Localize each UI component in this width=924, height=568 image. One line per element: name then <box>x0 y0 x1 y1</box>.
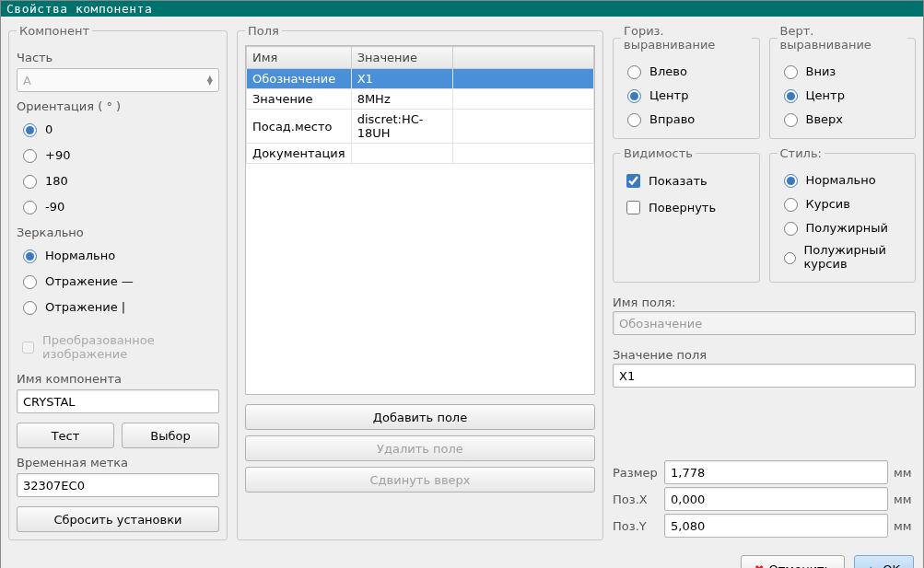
col-value[interactable]: Значение <box>351 47 452 69</box>
cell: 8MHz <box>351 89 452 110</box>
orientation-label: Ориентация ( ° ) <box>17 99 219 113</box>
valign-up-label: Вверх <box>806 112 844 126</box>
style-bold-label: Полужирный <box>806 221 888 235</box>
select-button[interactable]: Выбор <box>122 423 219 448</box>
cell: Документация <box>247 144 352 164</box>
valign-down[interactable]: Вниз <box>778 59 908 83</box>
orientation-90-label: +90 <box>45 148 70 162</box>
mirror-h[interactable]: Отражение — <box>17 269 219 293</box>
valign-down-label: Вниз <box>806 64 836 78</box>
fields-table[interactable]: Имя Значение ОбозначениеX1 Значение8MHz … <box>245 45 595 395</box>
component-group: Компонент Часть A ▲▼ Ориентация ( ° ) 0 … <box>8 24 228 540</box>
cell: Обозначение <box>247 69 352 89</box>
test-button[interactable]: Тест <box>17 423 114 448</box>
orientation-m90-label: -90 <box>45 200 64 214</box>
reset-button[interactable]: Сбросить установки <box>17 506 219 532</box>
halign-right[interactable]: Вправо <box>621 107 752 131</box>
halign-group: Гориз. выравнивание Влево Центр Вправо <box>613 24 760 139</box>
valign-group: Верт. выравнивание Вниз Центр Вверх <box>769 24 917 139</box>
orientation-90[interactable]: +90 <box>17 143 219 167</box>
mirror-label: Зеркально <box>17 226 219 239</box>
part-value: A <box>23 74 31 87</box>
col-empty <box>452 47 593 69</box>
halign-center[interactable]: Центр <box>621 83 752 107</box>
cell: Посад.место <box>247 110 352 144</box>
mirror-v-label: Отражение | <box>45 300 125 314</box>
mirror-normal[interactable]: Нормально <box>17 243 219 267</box>
fields-legend: Поля <box>245 24 282 38</box>
visibility-legend: Видимость <box>621 146 696 160</box>
posx-unit: мм <box>894 493 916 506</box>
cell: Значение <box>247 89 352 110</box>
valign-legend: Верт. выравнивание <box>778 24 908 52</box>
rotate-check[interactable]: Повернуть <box>621 194 752 221</box>
table-row[interactable]: Значение8MHz <box>247 89 594 110</box>
show-label: Показать <box>649 174 708 188</box>
delete-field-button: Удалить поле <box>245 435 595 461</box>
converted-label: Преобразованное изображение <box>42 333 217 361</box>
style-bolditalic-label: Полужирный курсив <box>804 243 906 271</box>
posx-input[interactable] <box>664 487 888 511</box>
orientation-180[interactable]: 180 <box>17 168 219 192</box>
mirror-v[interactable]: Отражение | <box>17 295 219 319</box>
valign-up[interactable]: Вверх <box>778 107 908 131</box>
part-select[interactable]: A ▲▼ <box>17 68 219 92</box>
chevron-updown-icon: ▲▼ <box>207 75 213 85</box>
valign-center[interactable]: Центр <box>778 83 908 107</box>
orientation-0-label: 0 <box>45 122 53 136</box>
fieldname-label: Имя поля: <box>613 296 916 309</box>
fieldvalue-label: Значение поля <box>613 348 916 362</box>
cell: discret:HC-18UH <box>351 110 452 144</box>
cell: X1 <box>351 69 452 89</box>
style-normal[interactable]: Нормально <box>778 168 908 191</box>
cancel-label: Отменить <box>769 562 832 569</box>
posx-label: Поз.X <box>613 493 659 506</box>
style-italic[interactable]: Курсив <box>778 191 908 215</box>
fieldvalue-input[interactable] <box>613 364 916 388</box>
visibility-group: Видимость Показать Повернуть <box>613 146 760 283</box>
show-check[interactable]: Показать <box>621 168 752 194</box>
halign-legend: Гориз. выравнивание <box>621 24 752 52</box>
posy-label: Поз.Y <box>613 519 659 533</box>
ok-label: OK <box>883 562 900 569</box>
halign-left-label: Влево <box>649 64 687 78</box>
mirror-normal-label: Нормально <box>45 249 115 262</box>
size-input[interactable] <box>664 460 888 484</box>
fieldname-input <box>613 311 916 335</box>
window-title: Свойства компонента <box>1 1 923 17</box>
component-legend: Компонент <box>17 24 92 38</box>
orientation-180-label: 180 <box>45 174 68 188</box>
converted-check: Преобразованное изображение <box>17 330 219 365</box>
orientation-0[interactable]: 0 <box>17 117 219 141</box>
halign-left[interactable]: Влево <box>621 59 752 83</box>
style-bolditalic[interactable]: Полужирный курсив <box>778 239 908 274</box>
halign-right-label: Вправо <box>649 112 695 126</box>
valign-center-label: Центр <box>806 88 845 102</box>
style-bold[interactable]: Полужирный <box>778 215 908 239</box>
cancel-button[interactable]: ✖ Отменить <box>741 555 846 568</box>
style-normal-label: Нормально <box>806 173 876 187</box>
table-row[interactable]: Документация <box>247 144 594 164</box>
component-name-input[interactable] <box>17 389 219 413</box>
style-italic-label: Курсив <box>806 197 850 211</box>
ok-button[interactable]: ⇦ OK <box>854 555 914 568</box>
mirror-h-label: Отражение — <box>45 274 134 288</box>
timestamp-input[interactable] <box>17 473 219 497</box>
size-label: Размер <box>613 466 659 480</box>
cell <box>351 144 452 164</box>
table-row[interactable]: ОбозначениеX1 <box>247 69 594 89</box>
style-group: Стиль: Нормально Курсив Полужирный Полуж… <box>769 146 917 283</box>
move-up-button: Сдвинуть вверх <box>245 467 595 493</box>
posy-unit: мм <box>894 519 916 533</box>
style-legend: Стиль: <box>778 146 825 160</box>
posy-input[interactable] <box>664 514 888 538</box>
add-field-button[interactable]: Добавить поле <box>245 404 595 430</box>
col-name[interactable]: Имя <box>247 47 352 69</box>
orientation-m90[interactable]: -90 <box>17 194 219 218</box>
cancel-icon: ✖ <box>754 562 765 569</box>
rotate-label: Повернуть <box>649 201 716 214</box>
ok-icon: ⇦ <box>868 562 878 569</box>
part-label: Часть <box>17 51 219 64</box>
table-row[interactable]: Посад.местоdiscret:HC-18UH <box>247 110 594 144</box>
component-name-label: Имя компонента <box>17 372 219 386</box>
